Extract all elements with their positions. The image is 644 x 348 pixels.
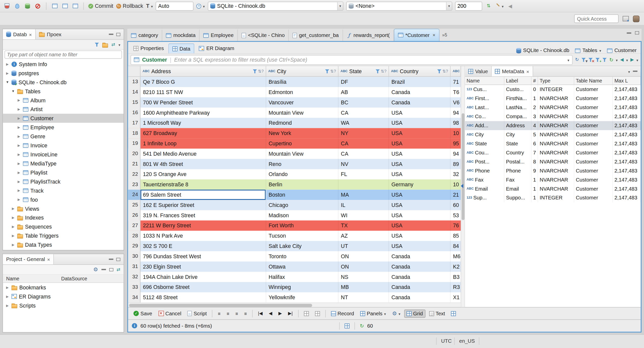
table-row-23[interactable]: 23Tauentzienstraße 8BerlinGermany10 — [128, 179, 461, 190]
nav-back-icon[interactable]: ◀ — [620, 57, 624, 62]
cell-country[interactable]: USA — [389, 200, 451, 210]
meta-cell[interactable]: NVARCHAR — [538, 166, 574, 175]
row-number[interactable]: 14 — [128, 87, 140, 97]
expand-arrow-icon[interactable]: ▶ — [17, 189, 21, 192]
extra-view-icon[interactable] — [449, 310, 459, 317]
meta-cell[interactable]: NVARCHAR — [538, 103, 574, 112]
meta-cell[interactable]: NVARCHAR — [538, 148, 574, 157]
cell-city[interactable]: Edmonton — [266, 87, 338, 97]
locale-indicator[interactable]: en_US — [459, 338, 475, 344]
meta-cell[interactable]: 2,147,483 — [613, 130, 641, 139]
editor-tab-mockdata[interactable]: mockdata — [162, 30, 200, 41]
expand-arrow-icon[interactable]: ▶ — [17, 116, 21, 120]
meta-cell[interactable]: Customer — [574, 112, 613, 121]
tree-item-system-info[interactable]: ▶iSystem Info — [3, 60, 124, 69]
tree-item-tables[interactable]: ▼Tables — [3, 86, 124, 96]
meta-cell[interactable]: Compa... — [504, 112, 532, 121]
row-number[interactable]: 24 — [128, 190, 140, 200]
meta-cell[interactable]: ABCCo... — [465, 112, 504, 121]
cell-city[interactable]: Yellowknife — [266, 292, 338, 302]
tree-item-artist[interactable]: ▶Artist — [3, 105, 124, 114]
project-item-bookmarks[interactable]: ▶Bookmarks — [3, 283, 124, 292]
cell-address[interactable]: 194A Chain Lake Drive — [140, 272, 266, 282]
cell-country[interactable]: USA — [389, 231, 451, 241]
row-number[interactable]: 26 — [128, 210, 140, 221]
cell-postal[interactable]: 95 — [451, 138, 461, 149]
meta-cell[interactable]: NVARCHAR — [538, 112, 574, 121]
table-row-29[interactable]: 29302 S 700 ESalt Lake CityUTUSA84 — [128, 241, 461, 251]
row-number[interactable]: 31 — [128, 262, 140, 272]
meta-cell[interactable]: 2,147,483 — [613, 94, 641, 103]
rollback-button[interactable]: Rollback — [116, 3, 143, 9]
tab-value[interactable]: Value — [465, 66, 491, 76]
meta-cell[interactable]: Customer — [574, 94, 613, 103]
meta-column-name[interactable]: Name — [465, 77, 504, 84]
filter-remove-icon[interactable]: ✕ — [588, 58, 593, 62]
link-icon[interactable]: ⇄ — [116, 267, 120, 272]
cell-postal[interactable]: 21 — [451, 190, 461, 200]
tree-item-invoice[interactable]: ▶Invoice — [3, 141, 124, 150]
meta-cell[interactable]: 0 — [532, 85, 538, 94]
cell-state[interactable]: NV — [338, 159, 389, 169]
tree-item-track[interactable]: ▶Track — [3, 186, 124, 195]
cell-postal[interactable]: 32 — [451, 169, 461, 180]
filter-history-icon[interactable] — [568, 57, 569, 63]
column-datasource[interactable]: DataSource — [61, 276, 87, 281]
cell-address[interactable]: 541 Del Medio Avenue — [140, 149, 266, 159]
tree-item-employee[interactable]: ▶Employee — [3, 123, 124, 132]
tree-item-playlist[interactable]: ▶Playlist — [3, 168, 124, 177]
context-entity[interactable]: Customer — [605, 48, 639, 53]
meta-row-compa[interactable]: ABCCo...Compa...3NVARCHARCustomer2,147,4… — [465, 112, 641, 121]
meta-cell[interactable]: 2,147,483 — [613, 193, 641, 202]
cell-postal[interactable]: 10 — [451, 128, 461, 138]
sql-generator-button[interactable] — [495, 3, 504, 9]
cell-country[interactable]: USA — [389, 190, 451, 200]
filter-icon[interactable] — [253, 69, 257, 73]
scrollbar-thumb[interactable] — [129, 304, 312, 307]
cell-postal[interactable]: B3 — [451, 272, 461, 282]
meta-cell[interactable]: Phone — [504, 166, 532, 175]
meta-cell[interactable]: Customer — [574, 130, 613, 139]
cell-country[interactable]: USA — [389, 241, 451, 251]
expand-arrow-icon[interactable]: ▶ — [5, 294, 9, 298]
tree-item-views[interactable]: ▶Views — [3, 204, 124, 213]
editor-tab-sqlite-chino[interactable]: <SQLite - Chino — [238, 30, 289, 41]
row-number[interactable]: 27 — [128, 221, 140, 231]
cell-address[interactable]: 700 W Pender Street — [140, 97, 266, 108]
cell-country[interactable]: USA — [389, 169, 451, 180]
meta-row-custo[interactable]: 123Cus...Custo...0INTEGERCustomer2,147,4… — [465, 85, 641, 94]
cell-postal[interactable]: R3 — [451, 282, 461, 292]
meta-cell[interactable]: Fax — [504, 175, 532, 184]
hidden-tabs-indicator[interactable]: »5 — [440, 32, 450, 37]
editor-tab-customer[interactable]: *Customer✕ — [394, 29, 440, 41]
column-header-address[interactable]: ABCAddress⇅? — [140, 66, 266, 76]
filter-add-icon[interactable]: + — [595, 58, 600, 62]
expand-arrow-icon[interactable]: ▶ — [17, 153, 21, 156]
meta-row-email[interactable]: ABCEmailEmail1NVARCHARCustomer2,147,483 — [465, 184, 641, 193]
meta-cell[interactable]: 2,147,483 — [613, 157, 641, 166]
new-connection-icon[interactable] — [3, 2, 11, 10]
row-number[interactable]: 16 — [128, 108, 140, 118]
expand-arrow-icon[interactable]: ▶ — [17, 125, 21, 129]
meta-cell[interactable]: State — [504, 139, 532, 148]
view-menu-icon[interactable] — [118, 41, 120, 48]
column-name[interactable]: Name — [3, 276, 61, 281]
meta-cell[interactable]: Customer — [574, 184, 613, 193]
cell-state[interactable]: NT — [338, 292, 389, 302]
row-number[interactable]: 28 — [128, 231, 140, 241]
cell-city[interactable]: Ottawa — [266, 262, 338, 272]
table-row-19[interactable]: 191 Infinite LoopCupertinoCAUSA95 — [128, 138, 461, 149]
meta-cell[interactable]: 2,147,483 — [613, 184, 641, 193]
meta-cell[interactable]: NVARCHAR — [538, 184, 574, 193]
meta-row-city[interactable]: ABCCityCity5NVARCHARCustomer2,147,483 — [465, 130, 641, 139]
meta-column-max-l[interactable]: Max L — [613, 77, 641, 84]
meta-cell[interactable]: 123Sup... — [465, 193, 504, 202]
cell-address[interactable]: 1600 Amphitheatre Parkway — [140, 108, 266, 118]
tree-item-table-triggers[interactable]: ▶Table Triggers — [3, 231, 124, 240]
row-number[interactable]: 21 — [128, 159, 140, 169]
cell-country[interactable]: Canada — [389, 262, 451, 272]
meta-column-table-name[interactable]: Table Name — [574, 77, 613, 84]
cell-city[interactable]: Tucson — [266, 231, 338, 241]
view-menu-icon[interactable] — [628, 68, 630, 74]
sync-connection-icon[interactable]: ⇄ — [111, 42, 115, 47]
